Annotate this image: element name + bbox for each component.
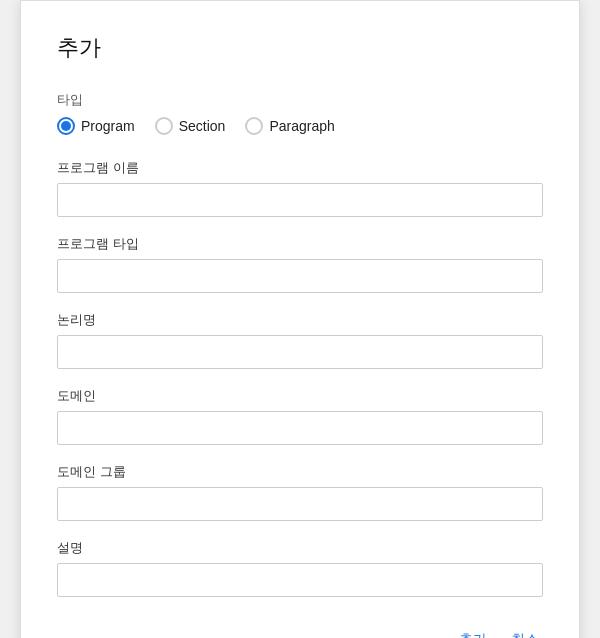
- domain-label: 도메인: [57, 387, 543, 405]
- dialog-footer: 추가 취소: [57, 625, 543, 638]
- domain-group-label: 도메인 그룹: [57, 463, 543, 481]
- domain-input[interactable]: [57, 411, 543, 445]
- radio-option-section[interactable]: Section: [155, 117, 226, 135]
- type-label: 타입: [57, 91, 543, 109]
- program-name-field: 프로그램 이름: [57, 159, 543, 217]
- radio-option-program[interactable]: Program: [57, 117, 135, 135]
- radio-program[interactable]: [57, 117, 75, 135]
- add-dialog: 추가 타입 Program Section Paragraph 프로그램 이름 …: [20, 0, 580, 638]
- program-type-input[interactable]: [57, 259, 543, 293]
- radio-paragraph-label: Paragraph: [269, 118, 334, 134]
- add-button[interactable]: 추가: [455, 625, 491, 638]
- program-name-label: 프로그램 이름: [57, 159, 543, 177]
- description-label: 설명: [57, 539, 543, 557]
- cancel-button[interactable]: 취소: [507, 625, 543, 638]
- dialog-title: 추가: [57, 33, 543, 63]
- description-input[interactable]: [57, 563, 543, 597]
- logical-name-label: 논리명: [57, 311, 543, 329]
- radio-group: Program Section Paragraph: [57, 117, 543, 135]
- description-field: 설명: [57, 539, 543, 597]
- domain-field: 도메인: [57, 387, 543, 445]
- type-field-group: 타입 Program Section Paragraph: [57, 91, 543, 135]
- radio-section-label: Section: [179, 118, 226, 134]
- logical-name-field: 논리명: [57, 311, 543, 369]
- program-type-label: 프로그램 타입: [57, 235, 543, 253]
- radio-option-paragraph[interactable]: Paragraph: [245, 117, 334, 135]
- program-name-input[interactable]: [57, 183, 543, 217]
- radio-paragraph[interactable]: [245, 117, 263, 135]
- radio-program-label: Program: [81, 118, 135, 134]
- domain-group-field: 도메인 그룹: [57, 463, 543, 521]
- program-type-field: 프로그램 타입: [57, 235, 543, 293]
- logical-name-input[interactable]: [57, 335, 543, 369]
- radio-section[interactable]: [155, 117, 173, 135]
- domain-group-input[interactable]: [57, 487, 543, 521]
